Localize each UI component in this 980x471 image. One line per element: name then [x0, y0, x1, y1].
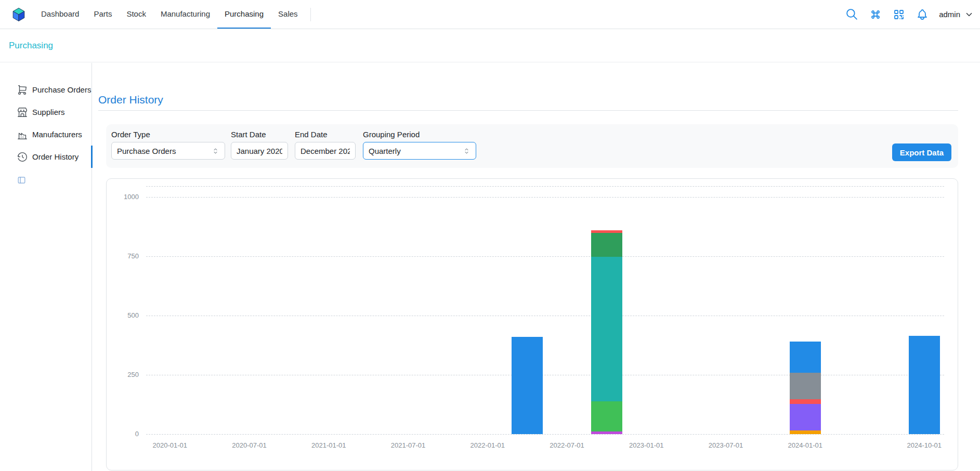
- end-date-field: End Date: [295, 130, 356, 160]
- sidebar-panel-icon: [17, 175, 27, 185]
- start-date-field: Start Date: [231, 130, 288, 160]
- x-axis-tick-label: 2022-01-01: [451, 441, 524, 449]
- bar-segment-dark-green: [591, 233, 622, 257]
- bar-segment-violet: [790, 404, 821, 430]
- sidebar-item-label: Purchase Orders: [32, 85, 91, 94]
- order-type-select[interactable]: Purchase Orders: [111, 142, 225, 160]
- breadcrumb: Purchasing: [0, 30, 980, 62]
- chevron-up-down-icon: [463, 147, 471, 155]
- chart-card: 025050075010002020-01-012020-07-012021-0…: [106, 178, 958, 470]
- x-axis-tick-label: 2024-10-01: [888, 441, 961, 449]
- gridline: [146, 316, 944, 316]
- gridline: [146, 434, 944, 435]
- page-title: Order History: [98, 94, 163, 106]
- sidebar-item-order-history[interactable]: Order History: [0, 146, 93, 168]
- grouping-period-label: Grouping Period: [363, 130, 476, 139]
- y-axis-tick-label: 750: [109, 252, 139, 260]
- bar-segment-blue: [909, 336, 940, 434]
- bar-segment-green: [591, 401, 622, 431]
- title-divider: [98, 110, 958, 111]
- app-window: Dashboard Parts Stock Manufacturing Purc…: [0, 0, 980, 471]
- factory-icon: [17, 129, 28, 140]
- order-history-chart: 025050075010002020-01-012020-07-012021-0…: [146, 186, 944, 434]
- sidebar-collapse-button[interactable]: [17, 175, 27, 186]
- chevron-up-down-icon: [212, 147, 219, 155]
- search-icon[interactable]: [845, 8, 858, 21]
- gridline: [146, 197, 944, 198]
- shopping-cart-icon: [17, 84, 28, 96]
- spotlight-command-icon[interactable]: [869, 8, 882, 21]
- breadcrumb-purchasing[interactable]: Purchasing: [9, 41, 53, 51]
- storefront-icon: [17, 107, 28, 118]
- tab-parts[interactable]: Parts: [86, 0, 119, 29]
- order-type-field: Order Type Purchase Orders: [111, 130, 225, 160]
- chevron-down-icon: [964, 10, 974, 19]
- purchasing-sidebar: Purchase Orders Suppliers Manufacturers: [0, 63, 92, 471]
- bar-segment-blue: [512, 337, 543, 434]
- x-axis-tick-label: 2024-01-01: [769, 441, 842, 449]
- end-date-label: End Date: [295, 130, 356, 139]
- gridline: [146, 375, 944, 375]
- grouping-period-select[interactable]: Quarterly: [363, 142, 476, 160]
- filter-panel: Order Type Purchase Orders Start Date En…: [106, 124, 958, 168]
- gridline: [146, 256, 944, 257]
- history-clock-icon: [17, 151, 28, 163]
- user-menu[interactable]: admin: [939, 10, 974, 19]
- sidebar-item-manufacturers[interactable]: Manufacturers: [0, 123, 93, 146]
- x-axis-tick-label: 2021-01-01: [292, 441, 365, 449]
- y-axis-tick-label: 1000: [109, 193, 139, 201]
- bar-segment-red: [790, 399, 821, 404]
- y-axis-tick-label: 250: [109, 371, 139, 378]
- bar-segment-gray: [790, 373, 821, 399]
- export-data-button[interactable]: Export Data: [892, 143, 951, 161]
- x-axis-tick-label: 2023-01-01: [610, 441, 683, 449]
- top-navbar: Dashboard Parts Stock Manufacturing Purc…: [0, 0, 980, 29]
- grouping-period-value: Quarterly: [369, 147, 401, 155]
- y-axis-tick-label: 0: [109, 430, 139, 438]
- order-type-value: Purchase Orders: [117, 147, 176, 155]
- main-tabs: Dashboard Parts Stock Manufacturing Purc…: [34, 0, 305, 29]
- bar-segment-grape: [591, 431, 622, 434]
- y-axis-tick-label: 500: [109, 311, 139, 319]
- sidebar-item-label: Manufacturers: [32, 130, 82, 139]
- scan-qr-icon[interactable]: [892, 8, 905, 21]
- tab-sales[interactable]: Sales: [271, 0, 305, 29]
- tab-purchasing[interactable]: Purchasing: [217, 0, 271, 29]
- notifications-bell-icon[interactable]: [916, 8, 929, 21]
- gridline: [146, 186, 944, 187]
- end-date-input[interactable]: [295, 142, 356, 160]
- grouping-period-field: Grouping Period Quarterly: [363, 130, 476, 160]
- sidebar-item-suppliers[interactable]: Suppliers: [0, 101, 93, 123]
- bar-segment-teal: [591, 257, 622, 401]
- package-logo-icon: [11, 7, 27, 22]
- x-axis-tick-label: 2022-07-01: [531, 441, 604, 449]
- start-date-input[interactable]: [231, 142, 288, 160]
- tab-dashboard[interactable]: Dashboard: [34, 0, 86, 29]
- tabs-divider: [310, 8, 311, 21]
- x-axis-tick-label: 2020-01-01: [134, 441, 206, 449]
- order-type-label: Order Type: [111, 130, 225, 139]
- app-logo[interactable]: [11, 0, 27, 29]
- start-date-label: Start Date: [231, 130, 288, 139]
- bar-segment-blue: [790, 342, 821, 373]
- x-axis-tick-label: 2023-07-01: [689, 441, 762, 449]
- x-axis-tick-label: 2020-07-01: [213, 441, 286, 449]
- tab-manufacturing[interactable]: Manufacturing: [153, 0, 217, 29]
- x-axis-tick-label: 2021-07-01: [372, 441, 445, 449]
- sidebar-item-label: Suppliers: [32, 108, 65, 116]
- tab-stock[interactable]: Stock: [119, 0, 153, 29]
- navbar-actions: admin: [845, 0, 980, 29]
- sidebar-item-label: Order History: [32, 152, 79, 161]
- bar-segment-orange: [790, 430, 821, 434]
- bar-segment-red: [591, 230, 622, 233]
- sidebar-item-purchase-orders[interactable]: Purchase Orders: [0, 78, 93, 101]
- username: admin: [939, 10, 960, 19]
